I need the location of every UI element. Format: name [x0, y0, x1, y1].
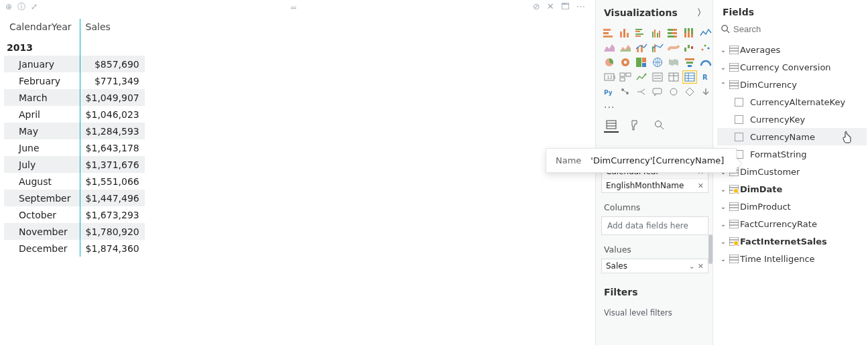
line-chart-icon[interactable] — [699, 27, 712, 39]
remove-icon[interactable]: ✕ — [698, 182, 704, 190]
checkbox[interactable] — [735, 98, 743, 107]
report-canvas[interactable]: ⊕ ⓘ ⤢ ═ ⊘ ✕ 🗔 ⋯ CalendarYear Sales 2013 … — [0, 0, 595, 345]
kpi-icon[interactable] — [635, 71, 648, 83]
svg-point-54 — [645, 74, 647, 76]
gauge-icon[interactable] — [699, 56, 712, 68]
powerapps-icon[interactable] — [683, 86, 696, 98]
chevron-down-icon[interactable]: ⌄ — [719, 64, 728, 71]
col-header-sales[interactable]: Sales — [80, 19, 145, 39]
col-header-calendar-year[interactable]: CalendarYear — [4, 19, 80, 39]
map-icon[interactable] — [651, 56, 664, 68]
slicer-icon[interactable] — [651, 71, 664, 83]
svg-rect-42 — [636, 58, 641, 67]
values-well[interactable]: Sales ⌄✕ — [601, 259, 708, 273]
table-currency-conversion[interactable]: ⌄ Currency Conversion — [717, 58, 867, 76]
chevron-down-icon[interactable]: ⌄ — [719, 203, 728, 210]
chevron-down-icon[interactable]: ⌄ — [719, 238, 728, 245]
table-dimdate[interactable]: ⌄ DimDate — [717, 180, 867, 198]
month-cell[interactable]: June — [4, 139, 80, 156]
chevron-down-icon[interactable]: ⌄ — [719, 46, 728, 54]
hundred-stacked-column-icon[interactable] — [683, 27, 696, 39]
python-visual-icon[interactable]: Py — [603, 86, 616, 98]
visual-header-left-icons[interactable]: ⊕ ⓘ ⤢ — [5, 1, 39, 13]
clustered-bar-icon[interactable] — [635, 27, 648, 39]
line-stacked-column-icon[interactable] — [635, 42, 648, 54]
month-cell[interactable]: May — [4, 123, 80, 139]
month-cell[interactable]: November — [4, 223, 80, 240]
checkbox[interactable] — [735, 133, 743, 141]
month-cell[interactable]: February — [4, 72, 80, 89]
stacked-area-icon[interactable] — [619, 42, 632, 54]
r-visual-icon[interactable]: R — [699, 71, 712, 83]
table-dimcurrency[interactable]: ⌃ DimCurrency — [717, 76, 867, 93]
svg-rect-17 — [672, 32, 677, 34]
column-currencyalternatekey[interactable]: CurrencyAlternateKey — [717, 93, 867, 111]
pie-icon[interactable] — [603, 56, 616, 68]
table-factinternetsales[interactable]: ⌄ FactInternetSales — [717, 232, 867, 250]
clustered-column-icon[interactable] — [651, 27, 664, 39]
multi-card-icon[interactable] — [619, 71, 632, 83]
arcgis-icon[interactable] — [667, 86, 680, 98]
chevron-down-icon[interactable]: ⌄ — [689, 262, 695, 271]
format-tab-icon[interactable] — [628, 118, 643, 133]
year-value-cell — [80, 39, 145, 56]
fields-search[interactable] — [717, 24, 868, 34]
fields-well-tab-icon[interactable] — [604, 118, 619, 133]
ribbon-chart-icon[interactable] — [667, 42, 680, 54]
matrix-visual[interactable]: CalendarYear Sales 2013 January$857,690 … — [4, 19, 145, 257]
table-factcurrencyrate[interactable]: ⌄ FactCurrencyRate — [717, 215, 867, 232]
scrollbar-thumb[interactable] — [708, 234, 712, 264]
chevron-down-icon[interactable]: ⌄ — [719, 255, 728, 263]
collapse-pane-icon[interactable]: 〉 — [697, 7, 706, 19]
month-cell[interactable]: January — [4, 56, 80, 72]
analytics-tab-icon[interactable] — [652, 118, 667, 133]
chevron-down-icon[interactable]: ⌄ — [719, 220, 728, 228]
import-visual-icon[interactable] — [699, 86, 712, 98]
svg-rect-2 — [603, 36, 613, 38]
qa-visual-icon[interactable] — [651, 86, 664, 98]
search-input[interactable] — [733, 24, 841, 34]
stacked-column-icon[interactable] — [619, 27, 632, 39]
month-cell[interactable]: July — [4, 156, 80, 173]
waterfall-icon[interactable] — [683, 42, 696, 54]
checkbox[interactable] — [735, 115, 743, 124]
stacked-bar-icon[interactable] — [603, 27, 616, 39]
line-clustered-column-icon[interactable] — [651, 42, 664, 54]
rows-item[interactable]: EnglishMonthName — [606, 181, 684, 190]
column-currencyname[interactable]: CurrencyName — [717, 128, 867, 145]
remove-icon[interactable]: ✕ — [698, 262, 704, 271]
values-item[interactable]: Sales — [606, 261, 627, 271]
treemap-icon[interactable] — [635, 56, 648, 68]
viz-gallery-more[interactable]: ··· — [596, 100, 712, 114]
table-timeintelligence[interactable]: ⌄ Time Intelligence — [717, 250, 867, 267]
chevron-down-icon[interactable]: ⌄ — [719, 186, 728, 193]
hundred-stacked-bar-icon[interactable] — [667, 27, 680, 39]
card-icon[interactable]: 123 — [603, 71, 616, 83]
chevron-up-icon[interactable]: ⌃ — [719, 81, 728, 88]
table-dimproduct[interactable]: ⌄ DimProduct — [717, 198, 867, 215]
month-cell[interactable]: August — [4, 173, 80, 190]
month-cell[interactable]: April — [4, 106, 80, 123]
cursor-icon — [841, 131, 853, 146]
filled-map-icon[interactable] — [667, 56, 680, 68]
sales-cell: $1,874,360 — [80, 240, 145, 257]
columns-well[interactable]: Add data fields here — [601, 216, 708, 235]
year-cell[interactable]: 2013 — [4, 39, 80, 56]
month-cell[interactable]: September — [4, 190, 80, 206]
table-icon[interactable] — [667, 71, 680, 83]
matrix-icon[interactable] — [683, 71, 696, 83]
decomposition-icon[interactable] — [635, 86, 648, 98]
svg-rect-33 — [684, 48, 686, 52]
column-currencykey[interactable]: CurrencyKey — [717, 111, 867, 128]
month-cell[interactable]: October — [4, 206, 80, 223]
visual-drag-handle[interactable]: ═ — [291, 3, 304, 13]
key-influencers-icon[interactable] — [619, 86, 632, 98]
funnel-icon[interactable] — [683, 56, 696, 68]
month-cell[interactable]: March — [4, 89, 80, 106]
scatter-icon[interactable] — [699, 42, 712, 54]
month-cell[interactable]: December — [4, 240, 80, 257]
area-chart-icon[interactable] — [603, 42, 616, 54]
table-averages[interactable]: ⌄ Averages — [717, 41, 867, 58]
donut-icon[interactable] — [619, 56, 632, 68]
visual-header-right-icons[interactable]: ⊘ ✕ 🗔 ⋯ — [533, 1, 587, 11]
